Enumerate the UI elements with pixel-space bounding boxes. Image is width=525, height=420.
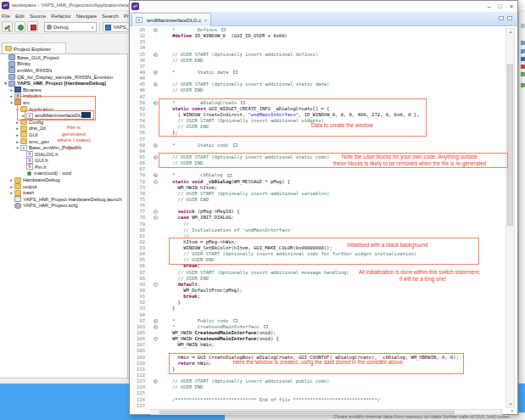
code-line[interactable]: 57: [130, 137, 505, 143]
fold-collapsed-icon[interactable]: +: [148, 378, 162, 384]
code-line[interactable]: 107 WM_HWIN hWin;: [130, 342, 505, 348]
code-line[interactable]: 89− default:: [130, 282, 505, 288]
tree-item[interactable]: ▸trash: [0, 189, 127, 196]
code-line[interactable]: 40+* Static data: [130, 70, 505, 76]
code-line[interactable]: 36// USER END: [130, 58, 505, 64]
code-line[interactable]: 81 //: [130, 233, 505, 239]
code-line[interactable]: 79 //: [130, 221, 505, 227]
code-line[interactable]: 74 // USER START (Optionally insert addi…: [130, 191, 505, 197]
tree-item[interactable]: ▸cwndMainInterfaceDLG.c: [0, 112, 127, 119]
tree-item[interactable]: ▾Application: [0, 106, 127, 113]
code-line[interactable]: 35+// USER START (Optionally insert addi…: [130, 52, 505, 58]
code-line[interactable]: 93}: [130, 305, 505, 311]
fold-expanded-icon[interactable]: −: [148, 179, 162, 185]
fold-collapsed-icon[interactable]: +: [148, 172, 162, 178]
tree-item[interactable]: Base_GUI_Project: [0, 54, 127, 61]
terminate-button[interactable]: [27, 21, 38, 32]
code-line[interactable]: 83 WINDOW_SetBkColor(hItem, GUI_MAKE_COL…: [130, 245, 505, 251]
tab-project-explorer[interactable]: Project Explorer: [2, 42, 66, 53]
code-line[interactable]: 80 // Initialization of 'wndMainInterfac…: [130, 227, 505, 233]
expand-arrow-icon[interactable]: ▸: [8, 87, 14, 92]
fold-expanded-icon[interactable]: −: [148, 215, 162, 221]
code-line[interactable]: 117: [130, 403, 505, 409]
tree-item[interactable]: hGUI.h: [0, 158, 127, 165]
horizontal-scrollbar[interactable]: [150, 409, 502, 415]
tree-item[interactable]: YAPS_HMI_Project.scfg: [0, 203, 127, 210]
code-line[interactable]: 108: [130, 348, 505, 354]
code-line[interactable]: 64: [130, 148, 505, 154]
expand-arrow-icon[interactable]: ▸: [8, 190, 14, 195]
minimize-view-icon[interactable]: [499, 16, 504, 20]
menu-search[interactable]: Search: [102, 13, 119, 19]
view-icon[interactable]: [521, 41, 525, 45]
expand-arrow-icon[interactable]: ▸: [8, 184, 14, 189]
code-line[interactable]: 112: [130, 372, 505, 378]
folded-region-icon[interactable]: [227, 174, 232, 177]
code-line[interactable]: 53 { WINDOW_CreateIndirect, "wndMainInte…: [130, 112, 505, 118]
expand-arrow-icon[interactable]: ▸: [14, 139, 20, 144]
collapse-arrow-icon[interactable]: ▾: [14, 145, 20, 150]
folded-region-icon[interactable]: [233, 319, 237, 322]
code-line[interactable]: 67: [130, 166, 505, 172]
folded-region-icon[interactable]: [233, 70, 237, 74]
code-line[interactable]: 60+* Static code: [130, 143, 505, 148]
folded-region-icon[interactable]: [241, 101, 245, 104]
code-line[interactable]: 78− case WM_INIT_DIALOG:: [130, 215, 505, 221]
tree-item[interactable]: ▸#Includes: [0, 93, 127, 100]
tab-close-icon[interactable]: ×: [204, 18, 207, 23]
maximize-view-icon[interactable]: [507, 16, 512, 20]
code-line[interactable]: 92 }: [130, 300, 505, 305]
code-area[interactable]: 28+* Defines 32#define ID_WINDOW_0 (GUI_…: [130, 27, 505, 409]
launch-mode-combo[interactable]: Debug ∨: [44, 22, 97, 32]
fold-collapsed-icon[interactable]: +: [148, 81, 162, 87]
code-line[interactable]: 85 // USER END: [130, 257, 505, 263]
menu-file[interactable]: File: [2, 13, 10, 19]
tree-item[interactable]: hPin.h: [0, 164, 127, 171]
code-line[interactable]: 66// USER END: [130, 160, 505, 166]
code-line[interactable]: 47: [130, 94, 505, 100]
fold-collapsed-icon[interactable]: +: [148, 52, 162, 58]
folded-region-icon[interactable]: [233, 143, 237, 147]
tree-item[interactable]: ▾YAPS_HMI_Project [HardwareDebug]: [0, 80, 127, 87]
debug-button[interactable]: [14, 21, 25, 32]
menu-navigate[interactable]: Navigate: [76, 13, 97, 19]
code-line[interactable]: 115: [130, 390, 505, 396]
expand-arrow-icon[interactable]: ▸: [8, 93, 14, 98]
code-line[interactable]: 86 break;: [130, 263, 505, 269]
code-line[interactable]: 70+* _cbDialog: [130, 172, 505, 178]
view-icon[interactable]: [521, 49, 525, 53]
maximize-button[interactable]: □: [499, 2, 502, 11]
code-line[interactable]: 88 // USER END: [130, 276, 505, 282]
tree-item[interactable]: ▸Binaries: [0, 87, 127, 93]
code-line[interactable]: 77− switch (pMsg->MsgId) {: [130, 209, 505, 215]
close-button[interactable]: ×: [510, 2, 513, 11]
code-line[interactable]: 45+// USER START (Optionally insert addi…: [130, 81, 505, 87]
code-line[interactable]: 105WM_HWIN CreatewndMainInterface(void);: [130, 330, 505, 336]
vertical-scroll-thumb[interactable]: [507, 64, 513, 226]
code-line[interactable]: 84 // USER START (Optionally insert addi…: [130, 251, 505, 257]
view-icon[interactable]: [521, 24, 525, 28]
expand-arrow-icon[interactable]: ▸: [20, 113, 26, 118]
tree-item[interactable]: ▾src: [0, 99, 127, 106]
code-line[interactable]: 54 // USER START (Optionally insert addi…: [130, 118, 505, 124]
collapse-arrow-icon[interactable]: ▾: [8, 100, 14, 105]
code-line[interactable]: 103+* CreatewndMainInterface: [130, 324, 505, 330]
fold-collapsed-icon[interactable]: +: [148, 143, 162, 148]
code-line[interactable]: 32#define ID_WINDOW_0 (GUI_ID_USER + 0x0…: [130, 33, 505, 39]
code-line[interactable]: 28+* Defines: [130, 27, 505, 33]
scroll-down-icon[interactable]: ▼: [507, 402, 514, 406]
code-line[interactable]: 110 return hWin;: [130, 361, 505, 367]
code-line[interactable]: 65+// USER START (Optionally insert addi…: [130, 154, 505, 160]
code-line[interactable]: 90 WM_DefaultProc(pMsg);: [130, 288, 505, 294]
build-button[interactable]: [2, 21, 13, 32]
expand-arrow-icon[interactable]: ▸: [14, 126, 20, 131]
code-line[interactable]: 91 break;: [130, 294, 505, 300]
code-line[interactable]: 106−WM_HWIN CreatewndMainInterface(void)…: [130, 336, 505, 342]
expand-arrow-icon[interactable]: ▸: [8, 177, 14, 182]
fold-collapsed-icon[interactable]: +: [148, 70, 162, 76]
view-icon[interactable]: [521, 64, 525, 69]
code-line[interactable]: 52static const GUI_WIDGET_CREATE_INFO _a…: [130, 106, 505, 112]
fold-expanded-icon[interactable]: −: [148, 336, 162, 342]
fold-collapsed-icon[interactable]: +: [148, 27, 162, 33]
collapse-arrow-icon[interactable]: ▾: [3, 81, 8, 86]
